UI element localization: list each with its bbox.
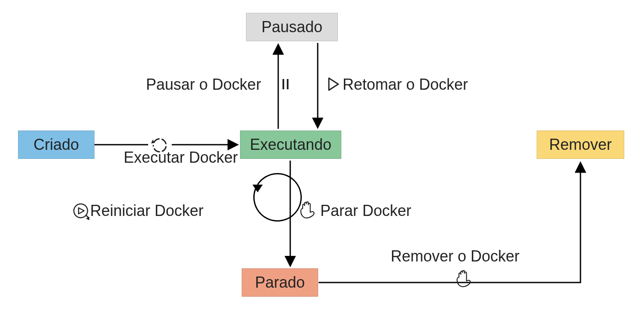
label-retomar: Retomar o Docker — [343, 76, 468, 94]
state-remover-label: Remover — [549, 136, 612, 154]
restart-icon — [74, 204, 89, 220]
label-pausar: Pausar o Docker — [146, 76, 261, 94]
label-reiniciar: Reiniciar Docker — [90, 202, 204, 220]
label-parar: Parar Docker — [320, 202, 411, 220]
state-executando-label: Executando — [250, 136, 331, 154]
label-remover: Remover o Docker — [391, 247, 519, 265]
state-parado: Parado — [242, 268, 318, 297]
state-parado-label: Parado — [255, 273, 305, 292]
state-pausado: Pausado — [246, 13, 338, 41]
svg-point-6 — [74, 204, 88, 218]
state-executando: Executando — [240, 131, 341, 159]
state-remover: Remover — [537, 131, 624, 159]
hand-icon-remover — [457, 270, 471, 286]
hand-icon-parar — [301, 202, 314, 218]
state-criado: Criado — [18, 131, 94, 159]
play-icon — [329, 78, 338, 90]
label-executar: Executar Docker — [124, 149, 238, 167]
state-pausado-label: Pausado — [261, 18, 322, 36]
arrow-reiniciar — [252, 173, 301, 221]
pause-icon — [283, 79, 288, 89]
state-criado-label: Criado — [33, 136, 79, 154]
